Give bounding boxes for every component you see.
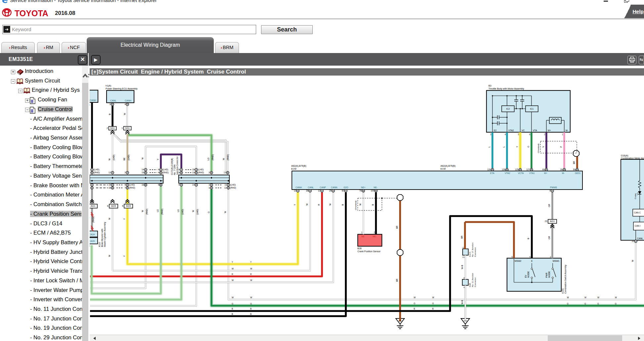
svg-text:4: 4 xyxy=(505,133,506,136)
svg-text:hG1: hG1 xyxy=(125,127,130,130)
svg-text:W: W xyxy=(306,203,308,205)
svg-text:B: B xyxy=(196,172,197,174)
svg-text:G: G xyxy=(584,303,586,305)
svg-text:Combination Switch Assembly: Combination Switch Assembly xyxy=(564,264,567,294)
svg-text:B: B xyxy=(414,308,415,310)
svg-text:CA2H: CA2H xyxy=(90,240,95,242)
svg-text:14: 14 xyxy=(142,168,144,171)
svg-text:B: B xyxy=(91,172,93,174)
svg-text:(LHD): (LHD) xyxy=(163,168,168,171)
svg-text:W: W xyxy=(584,296,586,299)
svg-text:No. 11 Junction: No. 11 Junction xyxy=(471,273,474,287)
svg-text:Master Cylinder Assembly: Master Cylinder Assembly xyxy=(104,222,106,247)
svg-text:127: 127 xyxy=(526,168,530,171)
svg-text:CAN I: CAN I xyxy=(635,225,641,227)
svg-text:A: A xyxy=(112,184,113,186)
svg-text:A: A xyxy=(297,190,299,192)
svg-text:CAN C: CAN C xyxy=(634,211,641,214)
svg-text:B: B xyxy=(112,187,113,189)
svg-text:W: W xyxy=(108,217,111,220)
svg-text:Cruise: Cruise xyxy=(634,193,636,199)
svg-text:11: 11 xyxy=(224,184,227,186)
svg-text:B: B xyxy=(564,169,565,171)
svg-text:Brake Booster with: Brake Booster with xyxy=(101,229,103,247)
svg-text:BR: BR xyxy=(396,279,398,282)
svg-text:hG1: hG1 xyxy=(110,127,115,130)
svg-text:59: 59 xyxy=(573,168,576,171)
svg-text:B: B xyxy=(160,172,161,174)
svg-text:2: 2 xyxy=(107,127,108,129)
svg-text:B: B xyxy=(372,204,374,205)
svg-text:2: 2 xyxy=(208,171,210,174)
svg-text:B: B xyxy=(250,313,252,315)
svg-text:M-: M- xyxy=(566,129,568,132)
svg-text:W: W xyxy=(192,210,194,212)
svg-text:A62(A),B75(B): A62(A),B75(B) xyxy=(440,165,456,167)
svg-text:13: 13 xyxy=(294,190,297,192)
svg-text:(RHD): (RHD) xyxy=(146,209,148,215)
svg-text:1: 1 xyxy=(562,133,563,136)
svg-text:A: A xyxy=(228,184,229,186)
svg-text:(RHD): (RHD) xyxy=(161,209,163,215)
svg-text:W: W xyxy=(141,157,144,159)
svg-text:W: W xyxy=(597,296,599,299)
svg-text:4: 4 xyxy=(158,171,159,174)
svg-text:4: 4 xyxy=(178,184,180,186)
svg-text:(RHD): (RHD) xyxy=(129,187,135,189)
svg-text:B: B xyxy=(342,204,344,205)
svg-text:P: P xyxy=(560,146,562,147)
svg-text:G: G xyxy=(250,303,252,305)
svg-text:Power Steering ECU Assembly: Power Steering ECU Assembly xyxy=(106,87,138,90)
svg-text:16: 16 xyxy=(142,184,144,186)
svg-text:A: A xyxy=(635,240,636,242)
svg-text:VC: VC xyxy=(522,129,525,132)
svg-text:1: 1 xyxy=(208,187,210,189)
svg-text:6: 6 xyxy=(178,168,180,171)
svg-text:V: V xyxy=(157,158,159,160)
svg-text:(LHD): (LHD) xyxy=(129,184,135,186)
svg-text:G16(A): G16(A) xyxy=(621,154,628,157)
svg-text:B: B xyxy=(227,172,228,174)
svg-text:6: 6 xyxy=(529,133,530,136)
svg-text:AG5: AG5 xyxy=(126,204,131,207)
svg-text:CA1H: CA1H xyxy=(90,233,95,236)
svg-text:(LHD): (LHD) xyxy=(94,168,100,171)
svg-text:19: 19 xyxy=(192,171,195,174)
svg-text:5: 5 xyxy=(529,256,531,258)
svg-text:A: A xyxy=(196,169,197,171)
svg-text:A: A xyxy=(127,103,128,105)
svg-text:BE: BE xyxy=(123,157,125,160)
svg-text:B: B xyxy=(527,238,529,239)
svg-text:No. 17 Junction: No. 17 Junction xyxy=(471,242,474,257)
svg-text:6: 6 xyxy=(107,205,109,207)
svg-text:26: 26 xyxy=(306,190,309,192)
svg-text:B28: B28 xyxy=(357,247,362,250)
svg-text:B: B xyxy=(109,114,111,115)
svg-text:18: 18 xyxy=(192,168,195,171)
svg-text:2: 2 xyxy=(124,171,126,174)
svg-text:1: 1 xyxy=(90,103,90,106)
svg-text:W: W xyxy=(108,158,111,160)
svg-text:W: W xyxy=(615,296,617,299)
svg-text:ECM: ECM xyxy=(440,168,446,170)
svg-text:W: W xyxy=(232,267,234,270)
svg-text:W: W xyxy=(232,279,234,281)
svg-text:4: 4 xyxy=(158,168,159,171)
svg-text:A: A xyxy=(333,190,334,192)
svg-text:60: 60 xyxy=(342,190,345,192)
svg-text:G: G xyxy=(615,303,617,305)
svg-text:LG: LG xyxy=(157,209,159,212)
svg-text:G: G xyxy=(432,302,434,305)
svg-text:GR: GR xyxy=(548,204,550,207)
svg-text:(RHD): (RHD) xyxy=(230,187,236,189)
svg-text:CANH: CANH xyxy=(125,99,131,102)
svg-text:8: 8 xyxy=(178,171,180,174)
svg-text:(RHD): (RHD) xyxy=(163,171,169,174)
svg-text:125: 125 xyxy=(515,168,519,171)
svg-text:h1(A): h1(A) xyxy=(106,85,111,87)
svg-text:CANH: CANH xyxy=(90,99,96,101)
svg-text:12: 12 xyxy=(224,187,227,189)
svg-text:W: W xyxy=(414,296,416,299)
svg-text:(RHD): (RHD) xyxy=(198,171,204,174)
svg-text:W: W xyxy=(432,296,434,299)
